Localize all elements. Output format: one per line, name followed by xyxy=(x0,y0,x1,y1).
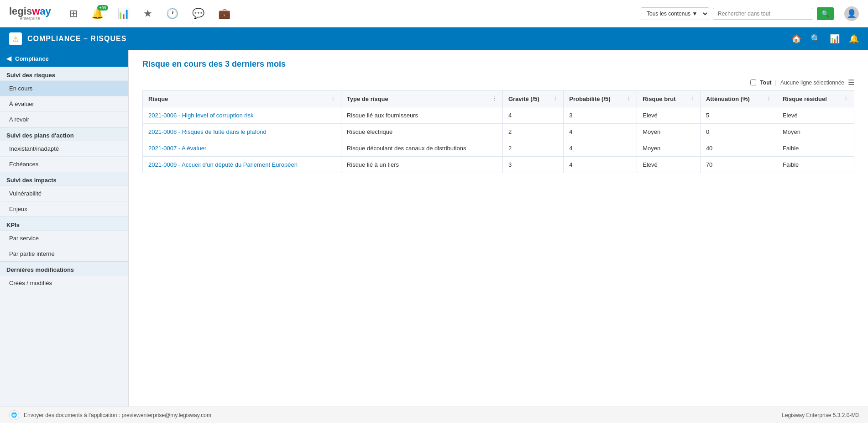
cell-risque-2: 2021-0007 - A évaluer xyxy=(143,140,341,157)
cell-gravite-3: 3 xyxy=(502,157,563,173)
bell-header-button[interactable]: 🔔 xyxy=(849,34,859,44)
cell-risque-3: 2021-0009 - Accueil d'un député du Parle… xyxy=(143,157,341,173)
sidebar-item-a-revoir[interactable]: A revoir xyxy=(0,111,128,127)
select-all-label: Tout xyxy=(760,79,771,86)
select-all-checkbox[interactable] xyxy=(750,79,756,85)
cell-risque-brut-0: Elevé xyxy=(637,107,701,124)
sort-residuel-icon[interactable]: ⋮ xyxy=(843,96,848,102)
sidebar-item-par-partie-interne[interactable]: Par partie interne xyxy=(0,246,128,261)
logo-way: ay xyxy=(40,6,51,17)
page-title: COMPLIANCE – RISQUES xyxy=(27,35,126,43)
content-title: Risque en cours des 3 derniers mois xyxy=(142,59,854,69)
col-probabilite: Probabilité (/5) ⋮ xyxy=(564,91,637,107)
history-button[interactable]: 🕐 xyxy=(166,8,178,20)
search-icon: 🔍 xyxy=(821,10,829,17)
cell-attenuation-1: 0 xyxy=(700,124,777,140)
logo-enterprise: enterprise xyxy=(20,16,40,21)
sort-probabilite-icon[interactable]: ⋮ xyxy=(626,96,631,102)
notification-badge: +99 xyxy=(97,5,108,11)
sidebar-item-crees-modifies[interactable]: Créés / modifiés xyxy=(0,275,128,291)
top-nav: legisway enterprise ⊞ 🔔 +99 📊 ★ 🕐 💬 💼 To… xyxy=(0,0,868,27)
cell-attenuation-2: 40 xyxy=(700,140,777,157)
cell-type-0: Risque lié aux fournisseurs xyxy=(341,107,502,124)
sidebar-section-suivi-risques: Suivi des risques xyxy=(0,67,128,80)
chat-button[interactable]: 💬 xyxy=(192,8,204,20)
cell-risque-0: 2021-0006 - High level of corruption ris… xyxy=(143,107,341,124)
cell-gravite-1: 2 xyxy=(502,124,563,140)
favorites-button[interactable]: ★ xyxy=(143,8,152,20)
logo: legisway enterprise xyxy=(9,6,51,21)
search-area: Tous les contenus ▼ 🔍 👤 xyxy=(641,6,859,21)
sidebar-item-par-service[interactable]: Par service xyxy=(0,230,128,246)
stats-button[interactable]: 📊 xyxy=(117,8,130,20)
search-input[interactable] xyxy=(713,8,813,20)
sidebar: ◀ Compliance Suivi des risques En cours … xyxy=(0,50,129,407)
col-attenuation: Atténuation (%) ⋮ xyxy=(700,91,777,107)
sort-risque-brut-icon[interactable]: ⋮ xyxy=(690,96,695,102)
grid-icon-button[interactable]: ⊞ xyxy=(69,8,78,20)
search-button[interactable]: 🔍 xyxy=(817,7,834,20)
clock-icon: 🕐 xyxy=(166,8,178,19)
footer-icon-symbol: 🌐 xyxy=(11,412,17,418)
col-risque: Risque ⋮ xyxy=(143,91,341,107)
sort-risque-icon[interactable]: ⋮ xyxy=(330,96,335,102)
briefcase-icon: 💼 xyxy=(218,8,230,19)
risque-link-1[interactable]: 2021-0008 - Risques de fuite dans le pla… xyxy=(148,128,267,135)
risque-link-3[interactable]: 2021-0009 - Accueil d'un député du Parle… xyxy=(148,161,298,168)
sidebar-item-enjeux[interactable]: Enjeux xyxy=(0,201,128,217)
footer: 🌐 Envoyer des documents à l'application … xyxy=(0,407,868,423)
cell-risque-brut-2: Moyen xyxy=(637,140,701,157)
risque-link-2[interactable]: 2021-0007 - A évaluer xyxy=(148,145,206,152)
grid-icon: ⊞ xyxy=(69,8,78,19)
table-row: 2021-0007 - A évaluer Risque découlant d… xyxy=(143,140,854,157)
chart-bar-icon: 📊 xyxy=(117,8,130,19)
cell-risque-1: 2021-0008 - Risques de fuite dans le pla… xyxy=(143,124,341,140)
toolbar-separator: | xyxy=(775,79,777,86)
table-row: 2021-0008 - Risques de fuite dans le pla… xyxy=(143,124,854,140)
chat-icon: 💬 xyxy=(192,8,204,19)
cell-type-1: Risque électrique xyxy=(341,124,502,140)
table-menu-icon[interactable]: ☰ xyxy=(848,78,854,87)
content-type-select[interactable]: Tous les contenus ▼ xyxy=(641,7,709,20)
sidebar-item-inexistant[interactable]: Inexistant/inadapté xyxy=(0,141,128,156)
logo-legis: legisw xyxy=(9,6,40,17)
sort-gravite-icon[interactable]: ⋮ xyxy=(553,96,558,102)
compliance-icon: ⚠ xyxy=(9,32,22,45)
sidebar-item-echeances[interactable]: Echéances xyxy=(0,156,128,172)
sort-attenuation-icon[interactable]: ⋮ xyxy=(766,96,771,102)
sidebar-section-impacts: Suivi des impacts xyxy=(0,172,128,185)
col-type-risque: Type de risque ⋮ xyxy=(341,91,502,107)
cell-probabilite-3: 4 xyxy=(564,157,637,173)
cell-gravite-2: 2 xyxy=(502,140,563,157)
warning-triangle-icon: ⚠ xyxy=(12,35,19,43)
content-area: Risque en cours des 3 derniers mois Tout… xyxy=(129,50,868,407)
cell-type-3: Risque lié à un tiers xyxy=(341,157,502,173)
cell-gravite-0: 4 xyxy=(502,107,563,124)
home-button[interactable]: 🏠 xyxy=(791,34,801,44)
sub-header-right: 🏠 🔍 📊 🔔 xyxy=(791,34,859,44)
risque-link-0[interactable]: 2021-0006 - High level of corruption ris… xyxy=(148,112,254,119)
back-arrow-icon: ◀ xyxy=(6,55,11,62)
sidebar-item-vulnerabilite[interactable]: Vulnérabilité xyxy=(0,185,128,201)
search-header-button[interactable]: 🔍 xyxy=(810,34,821,44)
star-icon: ★ xyxy=(143,8,152,19)
sidebar-item-en-cours[interactable]: En cours xyxy=(0,80,128,96)
col-gravite: Gravité (/5) ⋮ xyxy=(502,91,563,107)
sort-type-icon[interactable]: ⋮ xyxy=(492,96,497,102)
sidebar-back-button[interactable]: ◀ Compliance xyxy=(0,50,128,67)
user-avatar[interactable]: 👤 xyxy=(844,6,859,21)
notifications-button[interactable]: 🔔 +99 xyxy=(91,8,104,20)
nav-icons: ⊞ 🔔 +99 📊 ★ 🕐 💬 💼 xyxy=(69,8,641,20)
briefcase-button[interactable]: 💼 xyxy=(218,8,230,20)
chart-header-button[interactable]: 📊 xyxy=(830,34,840,44)
sidebar-section-kpis: KPIs xyxy=(0,217,128,230)
footer-message: Envoyer des documents à l'application : … xyxy=(24,412,211,418)
cell-risque-brut-1: Moyen xyxy=(637,124,701,140)
sidebar-item-a-evaluer[interactable]: À évaluer xyxy=(0,96,128,111)
cell-residuel-1: Moyen xyxy=(777,124,854,140)
cell-probabilite-2: 4 xyxy=(564,140,637,157)
footer-app-icon: 🌐 xyxy=(9,410,19,420)
cell-attenuation-0: 5 xyxy=(700,107,777,124)
user-icon: 👤 xyxy=(847,9,857,19)
cell-residuel-0: Elevé xyxy=(777,107,854,124)
